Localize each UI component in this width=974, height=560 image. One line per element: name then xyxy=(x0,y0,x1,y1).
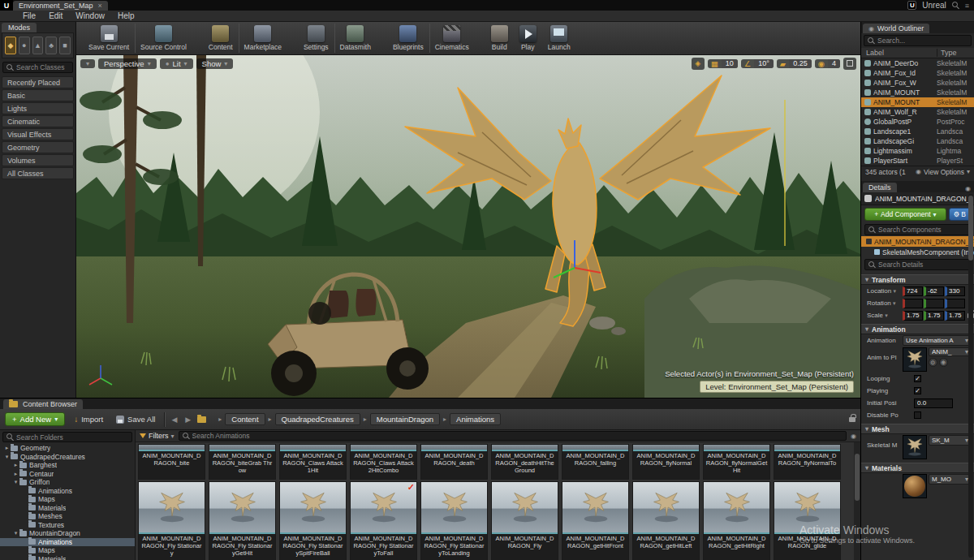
rotation-y-input[interactable] xyxy=(924,299,944,308)
asset-tile[interactable]: ANIM_MOUNTAIN_DRAGON_Fly StationarySpitF… xyxy=(279,481,347,560)
rotation-z-input[interactable] xyxy=(945,299,965,308)
folder-tree-item[interactable]: Animations xyxy=(0,538,135,547)
asset-tile[interactable]: ANIM_MOUNTAIN_DRAGON_flyNormal xyxy=(632,444,700,480)
location-z-input[interactable] xyxy=(945,286,965,296)
folder-tree-item[interactable]: ▾ MountainDragon xyxy=(0,529,135,538)
mode-category[interactable]: Volumes xyxy=(2,154,74,166)
mode-category[interactable]: Visual Effects xyxy=(2,128,74,140)
rotation-x-input[interactable] xyxy=(903,299,923,308)
asset-tile[interactable]: ANIM_MOUNTAIN_DRAGON_bite xyxy=(138,444,205,480)
folder-tree-item[interactable]: ▾ Griffon xyxy=(0,478,135,487)
folder-tree-item[interactable]: Meshes xyxy=(0,512,135,521)
outliner-row[interactable]: LandscapeGi Landsca xyxy=(861,136,974,146)
browse-to-asset-icon[interactable]: ⊙ xyxy=(929,358,937,367)
viewport-scene[interactable] xyxy=(76,55,860,398)
mode-category[interactable]: Basic xyxy=(2,89,74,101)
outliner-row[interactable]: PlayerStart PlayerSt xyxy=(861,156,974,166)
skeletal-mesh-select[interactable]: SK_M▾ xyxy=(929,435,972,446)
search-classes-input[interactable] xyxy=(16,63,69,71)
toolbar-button[interactable]: Datasmith xyxy=(334,24,381,53)
looping-checkbox[interactable]: ✓ xyxy=(914,375,921,382)
folder-tree-item[interactable]: Textures xyxy=(0,521,135,530)
folder-tree-item[interactable]: ▸ Barghest xyxy=(0,461,135,470)
tab-content-browser[interactable]: Content Browser xyxy=(3,399,83,409)
outliner-row[interactable]: ANIM_MOUNT SkeletalM xyxy=(861,88,974,97)
viewport[interactable]: ▾ Perspective▾ ● Lit▾ Show▾ ◈ ▦ 10 ∠ 10° xyxy=(76,55,860,398)
toolbar-button[interactable]: Launch xyxy=(542,24,576,53)
material-select[interactable]: M_MO▾ xyxy=(929,474,972,485)
location-x-input[interactable] xyxy=(903,286,923,296)
mode-category[interactable]: Cinematic xyxy=(2,115,74,127)
rotation-snap-control[interactable]: ∠ 10° xyxy=(741,59,774,68)
outliner-row[interactable]: ANIM_Fox_Id SkeletalM xyxy=(861,68,974,78)
search-icon[interactable] xyxy=(952,2,959,9)
search-details-input[interactable] xyxy=(878,261,968,269)
outliner-row[interactable]: ANIM_MOUNT SkeletalM xyxy=(861,97,974,107)
toolbar-button[interactable]: Build xyxy=(485,24,514,53)
toolbar-button[interactable]: Content xyxy=(203,24,239,53)
asset-tile[interactable]: ANIM_MOUNTAIN_DRAGON_getHitRight xyxy=(703,481,770,560)
breadcrumb-item[interactable]: Content xyxy=(225,413,265,425)
viewport-options-button[interactable]: ▾ xyxy=(80,59,95,68)
maximize-viewport-icon[interactable] xyxy=(843,58,856,70)
mesh-thumbnail[interactable] xyxy=(903,435,927,459)
material-thumbnail[interactable] xyxy=(903,474,927,498)
animation-mode-select[interactable]: Use Animation A▾ xyxy=(903,335,972,346)
breadcrumb-item[interactable]: MountainDragon xyxy=(370,413,440,425)
outliner-row[interactable]: ANIM_DeerDo SkeletalM xyxy=(861,58,974,68)
view-options-button[interactable]: ◉ View Options ▾ xyxy=(916,168,970,176)
perspective-button[interactable]: Perspective▾ xyxy=(98,58,157,69)
asset-tile[interactable]: ANIM_MOUNTAIN_DRAGON_Claws Attack2HitCom… xyxy=(350,444,417,480)
component-child-row[interactable]: SkeletalMeshComponent (Inherite xyxy=(861,247,974,257)
folder-tree-item[interactable]: Materials xyxy=(0,555,135,560)
toolbar-button[interactable]: Blueprints xyxy=(387,24,429,53)
asset-tile[interactable]: ANIM_MOUNTAIN_DRAGON_Claws Attack1Hit xyxy=(279,444,347,480)
blueprint-button[interactable]: ⚙ B xyxy=(949,208,971,221)
toolbar-button[interactable]: Play xyxy=(514,24,542,53)
landscape-mode-icon[interactable]: ▲ xyxy=(32,37,44,54)
expander-arrow-icon[interactable]: ▸ xyxy=(3,445,11,451)
grid-snap-control[interactable]: ▦ 10 xyxy=(708,59,738,68)
section-animation[interactable]: ▾Animation xyxy=(861,324,974,334)
folder-tree-item[interactable]: Maps xyxy=(0,495,135,504)
toolbar-button[interactable]: Marketplace xyxy=(239,24,291,53)
show-flags-button[interactable]: Show▾ xyxy=(196,58,234,69)
menu-icon[interactable]: ≡ xyxy=(965,2,969,10)
import-button[interactable]: ↓ Import xyxy=(70,413,107,425)
outliner-row[interactable]: Lightmassim Lightma xyxy=(861,146,974,156)
breadcrumb-item[interactable]: Animations xyxy=(450,413,501,425)
mode-category[interactable]: Recently Placed xyxy=(2,76,74,88)
asset-tile[interactable]: ANIM_MOUNTAIN_DRAGON_biteGrab Throw xyxy=(209,444,276,480)
save-all-button[interactable]: Save All xyxy=(112,413,159,425)
mode-category[interactable]: Lights xyxy=(2,102,74,114)
menu-item[interactable]: Edit xyxy=(42,11,69,20)
asset-tile[interactable]: ✓ ANIM_MOUNTAIN_DRAGON_Fly StationaryToF… xyxy=(350,481,417,560)
column-type[interactable]: Type xyxy=(937,49,974,57)
scale-z-input[interactable] xyxy=(945,311,965,321)
search-folders-input[interactable] xyxy=(16,433,128,442)
level-tab[interactable]: Environment_Set_Map × xyxy=(13,1,108,11)
section-mesh[interactable]: ▾Mesh xyxy=(861,424,974,434)
outliner-row[interactable]: ANIM_Wolf_R SkeletalM xyxy=(861,107,974,117)
view-settings-icon[interactable]: ◉ xyxy=(851,433,856,440)
asset-tile[interactable]: ANIM_MOUNTAIN_DRAGON_falling xyxy=(562,444,629,480)
breadcrumb-item[interactable]: QuadrapedCreatures xyxy=(275,413,360,425)
forward-button[interactable]: ▶ xyxy=(183,416,192,424)
use-selected-asset-icon[interactable]: ⊕ xyxy=(939,358,948,367)
column-label[interactable]: Label xyxy=(861,49,937,57)
asset-tile[interactable]: ANIM_MOUNTAIN_DRAGON_deathHitThe Ground xyxy=(491,444,558,480)
lit-mode-button[interactable]: ● Lit▾ xyxy=(160,58,193,69)
section-transform[interactable]: ▾Transform xyxy=(861,274,974,285)
disable-post-checkbox[interactable] xyxy=(914,411,921,419)
folder-tree-item[interactable]: Maps xyxy=(0,546,135,555)
tab-modes[interactable]: Modes xyxy=(2,23,37,32)
initial-position-input[interactable] xyxy=(914,398,953,408)
outliner-row[interactable]: GlobalPostP PostProc xyxy=(861,117,974,127)
menu-item[interactable]: Help xyxy=(111,11,141,20)
folder-tree-item[interactable]: ▸ Geometry xyxy=(0,444,135,453)
folder-tree-item[interactable]: Materials xyxy=(0,504,135,513)
outliner-row[interactable]: ANIM_Fox_W SkeletalM xyxy=(861,78,974,88)
expander-arrow-icon[interactable]: ▾ xyxy=(3,454,11,460)
toolbar-button[interactable]: Source Control xyxy=(135,24,196,53)
search-assets-input[interactable] xyxy=(192,432,843,440)
